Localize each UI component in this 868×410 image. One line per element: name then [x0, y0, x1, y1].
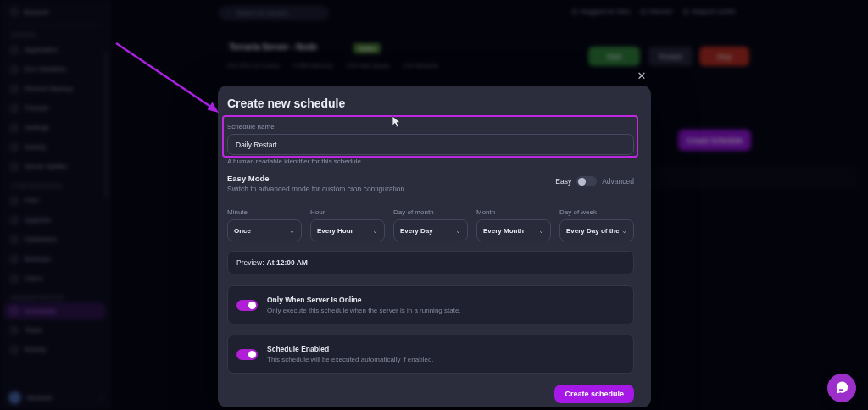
- easy-mode-subtitle: Switch to advanced mode for custom cron …: [227, 185, 404, 193]
- only-online-toggle[interactable]: [236, 300, 258, 311]
- day-of-week-label: Day of week: [559, 208, 634, 216]
- toggle-knob: [248, 302, 256, 309]
- app-window: Account ServerApplicationEnv VariablesRe…: [0, 0, 868, 410]
- select-value: Once: [234, 227, 287, 235]
- only-online-card: Only When Server Is Online Only execute …: [227, 285, 634, 324]
- easy-label: Easy: [555, 177, 571, 186]
- chevron-down-icon: ⌄: [289, 227, 295, 235]
- advanced-label: Advanced: [602, 177, 634, 186]
- schedule-name-helper: A human readable identifier for this sch…: [227, 158, 634, 165]
- cron-fields-row: Minute Once ⌄ Hour Every Hour ⌄ Day of m…: [227, 208, 634, 241]
- create-schedule-button[interactable]: Create schedule: [554, 385, 634, 403]
- chevron-down-icon: ⌄: [372, 227, 378, 235]
- chevron-down-icon: ⌄: [455, 227, 461, 235]
- select-value: Every Hour: [317, 227, 370, 235]
- toggle-knob: [578, 178, 586, 186]
- only-online-description: Only execute this schedule when the serv…: [267, 307, 461, 314]
- hour-label: Hour: [310, 208, 385, 216]
- chevron-down-icon: ⌄: [538, 227, 544, 235]
- create-schedule-modal: Create new schedule Schedule name A huma…: [218, 86, 651, 407]
- schedule-enabled-description: This schedule will be executed automatic…: [267, 356, 434, 363]
- schedule-name-label: Schedule name: [227, 123, 634, 130]
- only-online-label: Only When Server Is Online: [267, 296, 461, 304]
- cron-preview: Preview: At 12:00 AM: [227, 251, 634, 274]
- chat-bubble-icon: [835, 381, 849, 395]
- chevron-down-icon: ⌄: [621, 227, 627, 235]
- easy-mode-title: Easy Mode: [227, 174, 404, 183]
- toggle-knob: [248, 351, 256, 358]
- hour-select[interactable]: Every Hour ⌄: [310, 219, 385, 241]
- chat-widget-button[interactable]: [827, 374, 856, 402]
- schedule-enabled-toggle[interactable]: [236, 349, 258, 360]
- schedule-enabled-card: Schedule Enabled This schedule will be e…: [227, 335, 634, 374]
- minute-label: Minute: [227, 208, 302, 216]
- close-icon[interactable]: ✕: [635, 69, 648, 83]
- minute-select[interactable]: Once ⌄: [227, 219, 302, 241]
- modal-title: Create new schedule: [227, 97, 634, 110]
- preview-value: At 12:00 AM: [267, 258, 308, 267]
- select-value: Every Day of the Week: [566, 227, 619, 235]
- select-value: Every Month: [483, 227, 536, 235]
- schedule-name-input[interactable]: [227, 134, 634, 155]
- mode-toggle[interactable]: [576, 176, 597, 186]
- day-of-month-label: Day of month: [393, 208, 468, 216]
- day-of-month-select[interactable]: Every Day ⌄: [393, 219, 468, 241]
- day-of-week-select[interactable]: Every Day of the Week ⌄: [559, 219, 634, 241]
- preview-prefix: Preview:: [236, 258, 264, 267]
- schedule-enabled-label: Schedule Enabled: [267, 345, 434, 353]
- month-select[interactable]: Every Month ⌄: [476, 219, 551, 241]
- select-value: Every Day: [400, 227, 453, 235]
- easy-mode-row: Easy Mode Switch to advanced mode for cu…: [227, 174, 634, 193]
- month-label: Month: [476, 208, 551, 216]
